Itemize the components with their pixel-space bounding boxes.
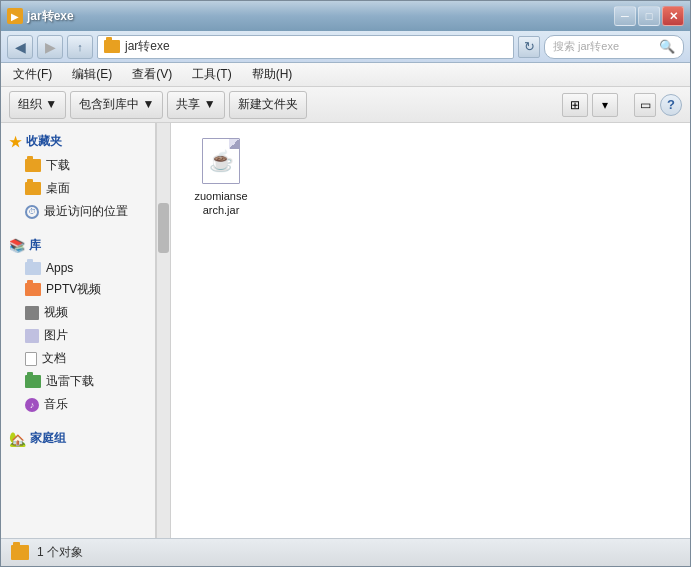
sidebar-item-desktop[interactable]: 桌面 bbox=[1, 177, 155, 200]
jar-icon-page: ☕ bbox=[202, 138, 240, 184]
window-icon: ▶ bbox=[7, 8, 23, 24]
apps-folder-icon bbox=[25, 262, 41, 275]
sidebar-gap1 bbox=[1, 223, 155, 231]
sidebar-item-thunder[interactable]: 迅雷下载 bbox=[1, 370, 155, 393]
favorites-label: 收藏夹 bbox=[26, 133, 62, 150]
preview-pane-button[interactable]: ▭ bbox=[634, 93, 656, 117]
file-area[interactable]: ☕ zuomianse arch.jar bbox=[171, 123, 690, 538]
forward-button[interactable]: ▶ bbox=[37, 35, 63, 59]
sidebar-item-video[interactable]: 视频 bbox=[1, 301, 155, 324]
sidebar-scrollbar-thumb bbox=[158, 203, 169, 253]
doc-icon bbox=[25, 352, 37, 366]
path-folder-icon bbox=[104, 40, 120, 53]
title-bar: ▶ jar转exe ─ □ ✕ bbox=[1, 1, 690, 31]
search-icon[interactable]: 🔍 bbox=[659, 39, 675, 54]
sidebar-item-desktop-label: 桌面 bbox=[46, 180, 70, 197]
library-label: 库 bbox=[29, 237, 41, 254]
homegroup-label: 家庭组 bbox=[30, 430, 66, 447]
sidebar-item-image[interactable]: 图片 bbox=[1, 324, 155, 347]
status-folder-icon bbox=[11, 545, 29, 560]
file-item-jar[interactable]: ☕ zuomianse arch.jar bbox=[181, 133, 261, 222]
sidebar-item-video-label: 视频 bbox=[44, 304, 68, 321]
sidebar-item-image-label: 图片 bbox=[44, 327, 68, 344]
share-button[interactable]: 共享 ▼ bbox=[167, 91, 224, 119]
search-box[interactable]: 搜索 jar转exe 🔍 bbox=[544, 35, 684, 59]
menu-view[interactable]: 查看(V) bbox=[126, 64, 178, 85]
menu-help[interactable]: 帮助(H) bbox=[246, 64, 299, 85]
minimize-button[interactable]: ─ bbox=[614, 6, 636, 26]
menu-edit[interactable]: 编辑(E) bbox=[66, 64, 118, 85]
sidebar-item-music-label: 音乐 bbox=[44, 396, 68, 413]
refresh-button[interactable]: ↻ bbox=[518, 36, 540, 58]
organize-button[interactable]: 组织 ▼ bbox=[9, 91, 66, 119]
toolbar: 组织 ▼ 包含到库中 ▼ 共享 ▼ 新建文件夹 ⊞ ▾ ▭ ? bbox=[1, 87, 690, 123]
new-folder-button[interactable]: 新建文件夹 bbox=[229, 91, 307, 119]
library-header[interactable]: 📚 库 bbox=[1, 231, 155, 258]
sidebar-gap2 bbox=[1, 416, 155, 424]
desktop-folder-icon bbox=[25, 182, 41, 195]
sidebar-item-pptv[interactable]: PPTV视频 bbox=[1, 278, 155, 301]
menu-bar: 文件(F) 编辑(E) 查看(V) 工具(T) 帮助(H) bbox=[1, 63, 690, 87]
sidebar-item-download-label: 下载 bbox=[46, 157, 70, 174]
sidebar-item-doc[interactable]: 文档 bbox=[1, 347, 155, 370]
status-bar: 1 个对象 bbox=[1, 538, 690, 566]
maximize-button[interactable]: □ bbox=[638, 6, 660, 26]
menu-tools[interactable]: 工具(T) bbox=[186, 64, 237, 85]
favorites-icon: ★ bbox=[9, 134, 22, 150]
sidebar-scroll[interactable]: ★ 收藏夹 下载 桌面 ⏱ 最近访问的位置 📚 bbox=[1, 123, 155, 538]
sidebar-item-pptv-label: PPTV视频 bbox=[46, 281, 101, 298]
image-icon bbox=[25, 329, 39, 343]
close-button[interactable]: ✕ bbox=[662, 6, 684, 26]
sidebar-item-recent[interactable]: ⏱ 最近访问的位置 bbox=[1, 200, 155, 223]
video-icon bbox=[25, 306, 39, 320]
sidebar-item-apps[interactable]: Apps bbox=[1, 258, 155, 278]
status-text: 1 个对象 bbox=[37, 544, 83, 561]
sidebar-item-download[interactable]: 下载 bbox=[1, 154, 155, 177]
include-library-button[interactable]: 包含到库中 ▼ bbox=[70, 91, 163, 119]
homegroup-header[interactable]: 🏡 家庭组 bbox=[1, 424, 155, 451]
address-path[interactable]: jar转exe bbox=[97, 35, 514, 59]
library-icon: 📚 bbox=[9, 239, 25, 253]
sidebar-scrollbar[interactable] bbox=[156, 123, 171, 538]
view-details-button[interactable]: ▾ bbox=[592, 93, 618, 117]
up-button[interactable]: ↑ bbox=[67, 35, 93, 59]
thunder-icon bbox=[25, 375, 41, 388]
jar-cup-icon: ☕ bbox=[209, 149, 234, 173]
title-controls: ─ □ ✕ bbox=[614, 6, 684, 26]
search-placeholder: 搜索 jar转exe bbox=[553, 39, 619, 54]
address-bar: ◀ ▶ ↑ jar转exe ↻ 搜索 jar转exe 🔍 bbox=[1, 31, 690, 63]
menu-file[interactable]: 文件(F) bbox=[7, 64, 58, 85]
help-button[interactable]: ? bbox=[660, 94, 682, 116]
file-name-jar: zuomianse arch.jar bbox=[185, 189, 257, 218]
sidebar-item-apps-label: Apps bbox=[46, 261, 73, 275]
homegroup-icon: 🏡 bbox=[9, 431, 26, 447]
window-title: jar转exe bbox=[27, 8, 74, 25]
main-content: ★ 收藏夹 下载 桌面 ⏱ 最近访问的位置 📚 bbox=[1, 123, 690, 538]
sidebar-item-music[interactable]: ♪ 音乐 bbox=[1, 393, 155, 416]
sidebar: ★ 收藏夹 下载 桌面 ⏱ 最近访问的位置 📚 bbox=[1, 123, 156, 538]
view-toggle-button[interactable]: ⊞ bbox=[562, 93, 588, 117]
sidebar-item-thunder-label: 迅雷下载 bbox=[46, 373, 94, 390]
sidebar-item-doc-label: 文档 bbox=[42, 350, 66, 367]
title-bar-left: ▶ jar转exe bbox=[7, 8, 74, 25]
favorites-header[interactable]: ★ 收藏夹 bbox=[1, 127, 155, 154]
pptv-icon bbox=[25, 283, 41, 296]
sidebar-item-recent-label: 最近访问的位置 bbox=[44, 203, 128, 220]
path-text: jar转exe bbox=[125, 38, 170, 55]
explorer-window: ▶ jar转exe ─ □ ✕ ◀ ▶ ↑ jar转exe ↻ 搜索 jar转e… bbox=[0, 0, 691, 567]
jar-icon: ☕ bbox=[197, 137, 245, 185]
back-button[interactable]: ◀ bbox=[7, 35, 33, 59]
download-folder-icon bbox=[25, 159, 41, 172]
recent-icon: ⏱ bbox=[25, 205, 39, 219]
music-icon: ♪ bbox=[25, 398, 39, 412]
